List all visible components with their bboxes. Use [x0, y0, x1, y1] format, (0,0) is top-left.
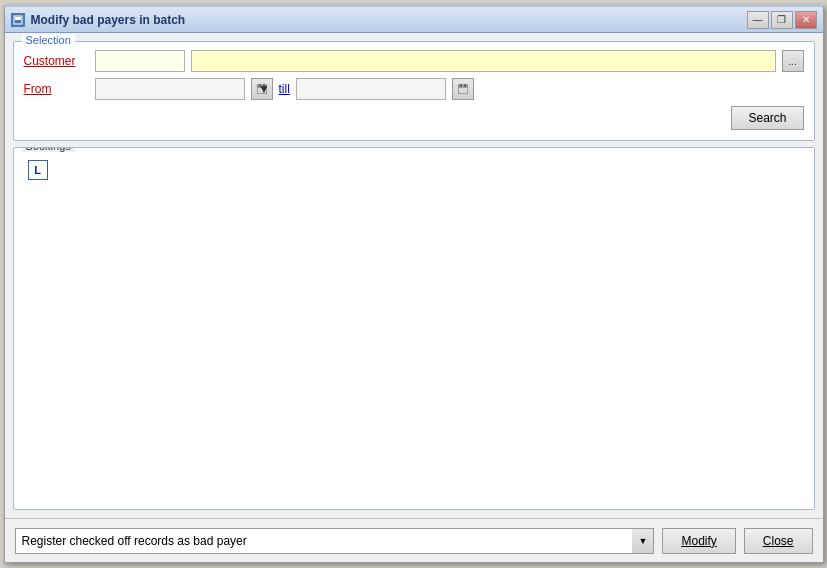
- window-title: Modify bad payers in batch: [31, 13, 747, 27]
- main-window: Modify bad payers in batch — ❐ ✕ Selecti…: [4, 5, 824, 563]
- customer-label[interactable]: Customer: [24, 54, 89, 68]
- selection-group: Selection Customer ... From: [13, 41, 815, 141]
- window-controls: — ❐ ✕: [747, 11, 817, 29]
- minimize-button[interactable]: —: [747, 11, 769, 29]
- from-date-input[interactable]: [95, 78, 245, 100]
- selection-legend: Selection: [22, 34, 75, 46]
- bookings-group: Bookings L: [13, 147, 815, 510]
- search-row: Search: [24, 106, 804, 130]
- till-label[interactable]: till: [279, 82, 290, 96]
- footer: Register checked off records as bad paye…: [5, 518, 823, 562]
- from-date-picker-button[interactable]: ▼: [251, 78, 273, 100]
- modify-button[interactable]: Modify: [662, 528, 735, 554]
- svg-rect-7: [458, 85, 468, 94]
- window-icon: [11, 13, 25, 27]
- close-button[interactable]: Close: [744, 528, 813, 554]
- customer-input-large[interactable]: [191, 50, 776, 72]
- till-date-picker-button[interactable]: [452, 78, 474, 100]
- action-select[interactable]: Register checked off records as bad paye…: [15, 528, 655, 554]
- action-select-wrapper: Register checked off records as bad paye…: [15, 528, 655, 554]
- from-label[interactable]: From: [24, 82, 89, 96]
- svg-rect-1: [15, 17, 21, 20]
- search-button[interactable]: Search: [731, 106, 803, 130]
- svg-text:▼: ▼: [258, 84, 267, 94]
- restore-button[interactable]: ❐: [771, 11, 793, 29]
- bookings-content: L: [24, 156, 804, 499]
- title-bar: Modify bad payers in batch — ❐ ✕: [5, 7, 823, 33]
- grid-header-cell: L: [28, 160, 48, 180]
- from-row: From ▼ till: [24, 78, 804, 100]
- till-date-input[interactable]: [296, 78, 446, 100]
- bookings-legend: Bookings: [22, 147, 75, 152]
- svg-rect-9: [460, 84, 462, 87]
- window-content: Selection Customer ... From: [5, 33, 823, 518]
- customer-input-small[interactable]: [95, 50, 185, 72]
- customer-row: Customer ...: [24, 50, 804, 72]
- browse-button[interactable]: ...: [782, 50, 804, 72]
- close-window-button[interactable]: ✕: [795, 11, 817, 29]
- svg-rect-10: [464, 84, 466, 87]
